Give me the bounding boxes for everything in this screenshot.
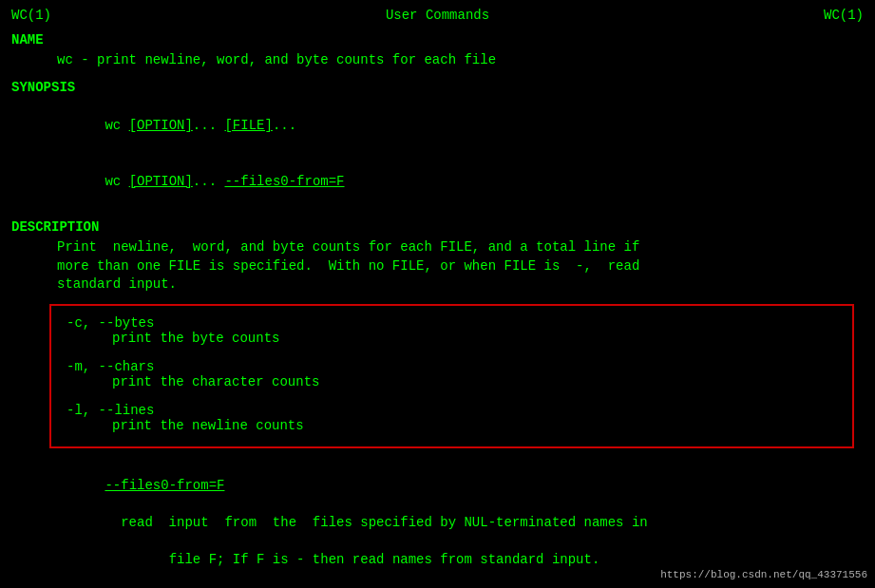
watermark: https://blog.csdn.net/qq_43371556 [660, 569, 867, 580]
files0-from-desc2-text: file F; [105, 552, 232, 567]
option-chars-flag: -m, --chars [67, 359, 837, 374]
files0-from-flag: --files0-from=F [11, 458, 864, 514]
header-left: WC(1) [11, 8, 51, 23]
synopsis-section: SYNOPSIS wc [OPTION]... [FILE]... wc [OP… [11, 80, 864, 211]
synopsis-line1: wc [OPTION]... [FILE]... [11, 99, 864, 155]
options-box: -c, --bytes print the byte counts -m, --… [49, 304, 854, 448]
synopsis-file1: [FILE] [224, 118, 272, 133]
synopsis-label: SYNOPSIS [11, 80, 864, 95]
synopsis-files0: --files0-from=F [224, 174, 344, 189]
name-section: NAME wc - print newline, word, and byte … [11, 32, 864, 70]
files0-from-flag-text: --files0-from=F [105, 478, 224, 493]
synopsis-line2: wc [OPTION]... --files0-from=F [11, 154, 864, 210]
option-bytes: -c, --bytes print the byte counts [67, 315, 837, 346]
option-lines-desc: print the newline counts [67, 418, 837, 433]
header: WC(1) User Commands WC(1) [11, 8, 864, 23]
name-content: wc - print newline, word, and byte count… [11, 51, 864, 70]
synopsis-wc1: wc [105, 118, 128, 133]
option-lines: -l, --lines print the newline counts [67, 403, 837, 433]
option-bytes-flag: -c, --bytes [67, 315, 837, 331]
synopsis-option1: [OPTION] [129, 118, 193, 133]
synopsis-wc2: wc [105, 174, 128, 189]
option-bytes-desc: print the byte counts [67, 331, 837, 346]
synopsis-option2: [OPTION] [129, 174, 193, 189]
synopsis-ellipsis3: ... [193, 174, 225, 189]
description-line3: standard input. [11, 275, 864, 294]
synopsis-ellipsis1: ... [193, 118, 225, 133]
files0-from-rest: F is - then read names from standard inp… [249, 552, 600, 567]
description-label: DESCRIPTION [11, 219, 864, 235]
synopsis-ellipsis2: ... [273, 118, 296, 133]
man-page: WC(1) User Commands WC(1) NAME wc - prin… [0, 0, 875, 588]
files0-from-desc1: read input from the files specified by N… [11, 514, 864, 533]
description-line2: more than one FILE is specified. With no… [11, 257, 864, 276]
header-center: User Commands [386, 8, 489, 23]
name-label: NAME [11, 32, 864, 47]
option-chars-desc: print the character counts [67, 374, 837, 389]
description-section: DESCRIPTION Print newline, word, and byt… [11, 219, 864, 294]
option-lines-flag: -l, --lines [67, 403, 837, 418]
files0-from-if: If [233, 552, 249, 567]
option-chars: -m, --chars print the character counts [67, 359, 837, 389]
description-line1: Print newline, word, and byte counts for… [11, 238, 864, 257]
header-right: WC(1) [824, 8, 864, 23]
